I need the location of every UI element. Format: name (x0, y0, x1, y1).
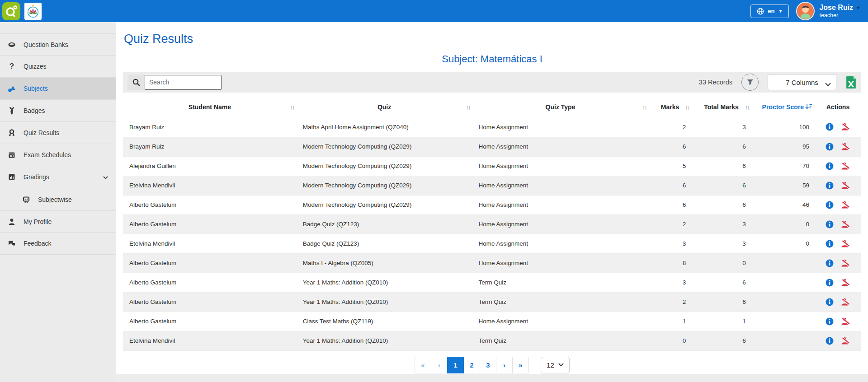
info-icon[interactable] (826, 162, 834, 170)
app-logo-icon[interactable] (2, 2, 20, 20)
table-row: Alberto Gastelum Badge Quiz (QZ123) Home… (123, 214, 861, 234)
sidebar-item-badges[interactable]: Badges (0, 100, 116, 122)
marks-cell: 1 (649, 312, 692, 331)
info-icon[interactable] (826, 220, 834, 228)
info-icon[interactable] (826, 279, 834, 287)
proctor-score-cell (751, 292, 815, 312)
info-icon[interactable] (826, 259, 834, 267)
header-student-name[interactable]: Student Name↑↓ (123, 97, 297, 117)
header-total-marks[interactable]: Total Marks↑↓ (691, 97, 751, 117)
table-row: Alberto Gastelum Modern Technology Compu… (123, 195, 861, 214)
sidebar-item-feedback[interactable]: Feedback (0, 233, 116, 255)
chevron-down-icon (558, 363, 564, 367)
user-slash-icon[interactable] (841, 143, 850, 151)
info-icon[interactable] (826, 337, 834, 345)
quiz-cell: Year 1 Maths: Addition (QZ010) (297, 331, 472, 350)
school-logo[interactable] (24, 3, 42, 20)
total-marks-cell: 6 (691, 137, 751, 156)
quiz-cell: Modern Technology Computing (QZ029) (297, 156, 472, 176)
sidebar-item-question-banks[interactable]: Question Banks (0, 33, 116, 56)
search-icon[interactable] (127, 75, 145, 90)
database-icon (8, 41, 16, 49)
student-name-cell: Alberto Gastelum (123, 253, 297, 273)
user-slash-icon[interactable] (841, 317, 850, 326)
user-slash-icon[interactable] (841, 182, 850, 190)
sidebar-item-quiz-results[interactable]: Quiz Results (0, 122, 116, 144)
header-quiz[interactable]: Quiz↑↓ (297, 97, 472, 117)
page-button[interactable]: » (512, 357, 529, 373)
quiz-type-cell: Home Assignment (472, 137, 648, 156)
student-name-cell: Brayam Ruiz (123, 137, 297, 156)
quiz-cell: Maths April Home Assignment (QZ040) (297, 117, 472, 137)
user-slash-icon[interactable] (841, 123, 850, 131)
header-marks[interactable]: Marks↑↓ (649, 97, 692, 117)
sidebar: Question Banks ? Quizzes Subjects Badges… (0, 22, 116, 382)
table-row: Etelvina Mendivil Badge Quiz (QZ123) Hom… (123, 234, 861, 253)
sidebar-item-label: Quizzes (24, 63, 47, 70)
columns-dropdown[interactable]: 7 Columns (768, 74, 836, 90)
avatar (796, 2, 815, 20)
info-icon[interactable] (826, 182, 834, 190)
marks-cell: 2 (649, 292, 692, 312)
user-slash-icon[interactable] (841, 279, 850, 287)
sidebar-item-label: My Profile (24, 218, 52, 225)
page-button[interactable]: 3 (480, 357, 496, 373)
info-icon[interactable] (826, 201, 834, 209)
student-name-cell: Etelvina Mendivil (123, 176, 297, 195)
sidebar-item-subjects[interactable]: Subjects (0, 78, 116, 100)
question-mark-icon: ? (8, 62, 16, 70)
page-button[interactable]: « (415, 357, 431, 373)
table-row: Brayam Ruiz Modern Technology Computing … (123, 137, 861, 156)
search-input[interactable] (145, 75, 222, 90)
table-row: Alberto Gastelum Year 1 Maths: Addition … (123, 273, 861, 292)
info-icon[interactable] (826, 240, 834, 248)
page-button[interactable]: 1 (447, 357, 464, 373)
user-slash-icon[interactable] (841, 337, 850, 345)
excel-export-icon[interactable] (845, 76, 857, 89)
info-icon[interactable] (826, 317, 834, 326)
user-slash-icon[interactable] (841, 201, 850, 209)
actions-cell (815, 292, 861, 312)
info-icon[interactable] (826, 123, 834, 131)
page-size-value: 12 (547, 361, 554, 369)
page-size-dropdown[interactable]: 12 (541, 357, 570, 373)
table-body: Brayam Ruiz Maths April Home Assignment … (123, 117, 861, 350)
header-quiz-type[interactable]: Quiz Type↑↓ (472, 97, 648, 117)
sidebar-item-exam-schedules[interactable]: Exam Schedules (0, 144, 116, 166)
total-marks-cell: 6 (691, 195, 751, 214)
records-count: 33 Records (699, 79, 732, 86)
quiz-cell: Badge Quiz (QZ123) (297, 214, 472, 234)
total-marks-cell: 0 (691, 253, 751, 273)
quiz-cell: Class Test Maths (QZ119) (297, 312, 472, 331)
actions-cell (815, 195, 861, 214)
total-marks-cell: 6 (691, 156, 751, 176)
sidebar-item-gradings[interactable]: Gradings (0, 166, 116, 188)
info-icon[interactable] (826, 143, 834, 151)
actions-cell (815, 253, 861, 273)
user-slash-icon[interactable] (841, 240, 850, 248)
quiz-type-cell: Term Quiz (472, 331, 648, 350)
total-marks-cell: 6 (691, 292, 751, 312)
filter-button[interactable] (741, 74, 759, 91)
user-menu[interactable]: Jose Ruiz ▼ teacher (796, 2, 861, 20)
sidebar-item-quizzes[interactable]: ? Quizzes (0, 56, 116, 78)
language-selector[interactable]: en ▼ (750, 5, 789, 18)
user-slash-icon[interactable] (841, 162, 850, 170)
header-proctor-score[interactable]: Proctor Score (751, 97, 815, 117)
page-button[interactable]: ‹ (431, 357, 448, 373)
caret-down-icon: ▼ (856, 5, 861, 10)
user-slash-icon[interactable] (841, 298, 850, 306)
user-slash-icon[interactable] (841, 220, 850, 228)
marks-cell: 3 (649, 273, 692, 292)
quiz-results-table: Student Name↑↓ Quiz↑↓ Quiz Type↑↓ Marks↑… (123, 97, 861, 351)
medal-icon (8, 129, 16, 137)
total-marks-cell: 1 (691, 312, 751, 331)
sidebar-item-my-profile[interactable]: My Profile (0, 210, 116, 233)
table-row: Brayam Ruiz Maths April Home Assignment … (123, 117, 861, 137)
student-name-cell: Brayam Ruiz (123, 117, 297, 137)
user-slash-icon[interactable] (841, 259, 850, 267)
sidebar-item-subjectwise[interactable]: Subjectwise (0, 188, 116, 210)
page-button[interactable]: 2 (463, 357, 480, 373)
page-button[interactable]: › (496, 357, 513, 373)
info-icon[interactable] (826, 298, 834, 306)
